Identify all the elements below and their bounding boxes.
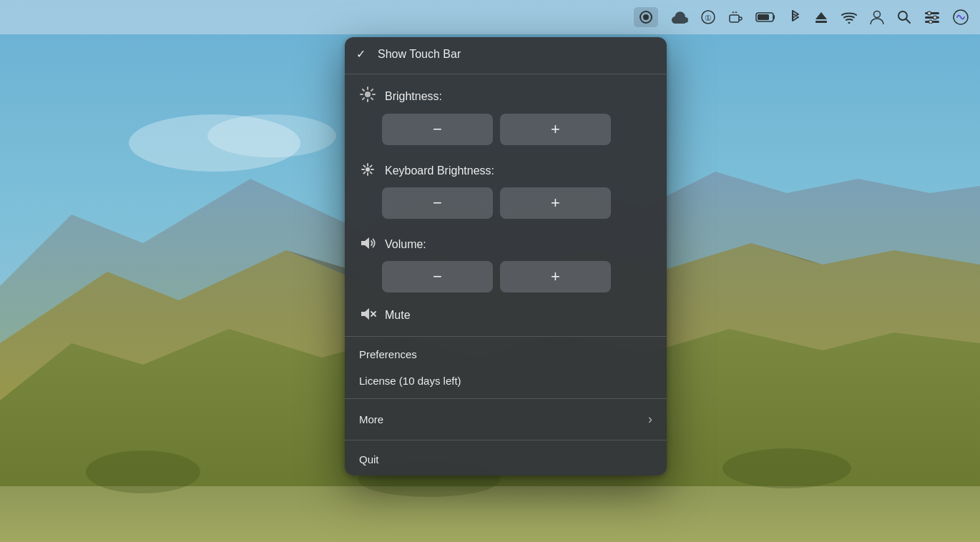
svg-line-40 — [363, 98, 364, 99]
password-menubar-icon[interactable]: ① — [701, 10, 715, 24]
check-icon: ✓ — [356, 47, 371, 61]
mute-label: Mute — [385, 309, 411, 322]
svg-line-49 — [363, 172, 365, 174]
divider-1 — [345, 74, 667, 74]
svg-point-13 — [722, 448, 851, 488]
mirror-menubar-icon[interactable] — [634, 7, 658, 27]
license-label: License (10 days left) — [359, 375, 461, 387]
volume-controls: − + — [345, 258, 667, 300]
dropdown-menu: ✓ Show Touch Bar Brightness: − + — [345, 37, 667, 476]
svg-point-31 — [929, 20, 933, 24]
mute-icon — [359, 305, 376, 325]
svg-line-41 — [371, 89, 373, 91]
brightness-icon — [359, 86, 376, 107]
keyboard-brightness-icon — [359, 161, 376, 180]
svg-rect-10 — [0, 486, 980, 542]
bluetooth-menubar-icon[interactable] — [790, 9, 801, 25]
battery-menubar-icon[interactable] — [755, 11, 777, 23]
svg-rect-20 — [758, 14, 769, 20]
brightness-decrease-button[interactable]: − — [382, 114, 493, 145]
svg-point-25 — [898, 11, 907, 20]
svg-rect-22 — [815, 21, 827, 23]
quit-item[interactable]: Quit — [345, 443, 667, 476]
search-menubar-icon[interactable] — [897, 10, 911, 24]
brightness-label: Brightness: — [385, 90, 442, 103]
show-touch-bar-label: Show Touch Bar — [378, 48, 461, 61]
svg-point-29 — [928, 11, 931, 15]
svg-point-2 — [207, 114, 336, 157]
brightness-increase-button[interactable]: + — [500, 114, 611, 145]
more-label: More — [359, 413, 383, 425]
coffee-menubar-icon[interactable] — [728, 9, 743, 25]
svg-rect-18 — [730, 15, 739, 22]
brightness-controls: − + — [345, 111, 667, 152]
keyboard-brightness-label: Keyboard Brightness: — [385, 164, 494, 177]
svg-text:①: ① — [705, 14, 712, 22]
svg-line-50 — [371, 165, 372, 167]
user-menubar-icon[interactable] — [870, 9, 884, 25]
cloud-menubar-icon[interactable] — [671, 11, 688, 24]
keyboard-brightness-controls: − + — [345, 184, 667, 226]
volume-label: Volume: — [385, 238, 426, 251]
svg-point-42 — [366, 167, 370, 172]
mute-item[interactable]: Mute — [345, 300, 667, 333]
more-item[interactable]: More › — [345, 402, 667, 437]
svg-marker-51 — [361, 237, 369, 249]
divider-3 — [345, 398, 667, 399]
wifi-menubar-icon[interactable] — [841, 11, 857, 24]
divider-2 — [345, 336, 667, 337]
divider-4 — [345, 440, 667, 440]
preferences-item[interactable]: Preferences — [345, 340, 667, 369]
svg-point-23 — [848, 22, 851, 24]
svg-point-11 — [86, 450, 200, 493]
svg-line-38 — [363, 89, 364, 91]
eject-menubar-icon[interactable] — [814, 10, 828, 24]
volume-increase-button[interactable]: + — [500, 261, 611, 292]
license-item[interactable]: License (10 days left) — [345, 369, 667, 395]
svg-line-47 — [363, 165, 365, 167]
volume-decrease-button[interactable]: − — [382, 261, 493, 292]
svg-line-39 — [371, 98, 373, 99]
controls-menubar-icon[interactable] — [924, 11, 940, 24]
siri-menubar-icon[interactable] — [953, 9, 969, 25]
quit-label: Quit — [359, 453, 379, 465]
volume-section: Volume: — [345, 226, 667, 258]
more-arrow-icon: › — [648, 412, 652, 427]
preferences-label: Preferences — [359, 348, 417, 360]
brightness-section: Brightness: — [345, 77, 667, 111]
svg-marker-52 — [361, 308, 369, 320]
svg-point-33 — [365, 92, 371, 97]
menubar: ① — [0, 0, 980, 34]
svg-point-30 — [934, 16, 937, 19]
keyboard-brightness-increase-button[interactable]: + — [500, 187, 611, 219]
volume-icon — [359, 235, 376, 254]
keyboard-brightness-decrease-button[interactable]: − — [382, 187, 493, 219]
svg-point-24 — [874, 11, 881, 18]
keyboard-brightness-section: Keyboard Brightness: — [345, 152, 667, 184]
svg-line-48 — [371, 172, 372, 174]
show-touch-bar-item[interactable]: ✓ Show Touch Bar — [345, 37, 667, 71]
svg-marker-21 — [815, 12, 827, 19]
svg-point-15 — [643, 14, 649, 20]
